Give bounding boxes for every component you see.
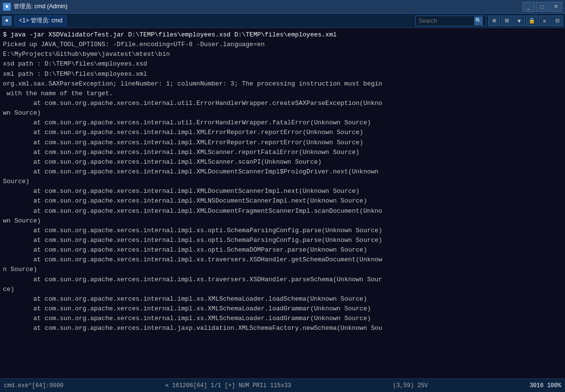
tab-bar: ■ <1> 管理员: cmd 🔍 ⊕ ⊞ ▼ 🔒 ≡ ⊟ [0,14,565,28]
console-line: E:\MyProjects\Github\byme\javatest\mtest… [3,50,562,59]
title-bar: ■ 管理员: cmd (Admin) _ □ ✕ [0,0,565,14]
console-line: at com.sun.org.apache.xerces.internal.im… [3,206,562,216]
console-line: ce) [3,285,562,294]
chevron-down-button[interactable]: ▼ [513,16,525,26]
console-line: at com.sun.org.apache.xerces.internal.im… [3,255,562,265]
console-line: at com.sun.org.apache.xerces.internal.im… [3,196,562,206]
console-line: at com.sun.org.apache.xerces.internal.ut… [3,99,562,108]
console-line: at com.sun.org.apache.xerces.internal.im… [3,167,562,177]
console-line: n Source) [3,265,562,274]
cmd-icon: ■ [3,3,11,11]
window-title: 管理员: cmd (Admin) [14,2,68,11]
console-line: Picked up JAVA_TOOL_OPTIONS: -Dfile.enco… [3,40,562,50]
status-bar: cmd.exe*[64]:9800 « 161206[64] 1/1 [+] N… [0,378,565,392]
console-line: at com.sun.org.apache.xerces.internal.im… [3,157,562,167]
console-line: wn Source) [3,108,562,118]
status-center: « 161206[64] 1/1 [+] NUM PRIi 115x33 [165,382,291,389]
tab-item-1[interactable]: <1> 管理员: cmd [15,16,67,26]
console-line: at com.sun.org.apache.xerces.internal.im… [3,128,562,137]
console-line: with the name of the target. [3,89,562,99]
search-box: 🔍 [415,16,486,26]
console-line: xml path : D:\TEMP\files\employees.xml [3,69,562,79]
toolbar-group: ⊕ ⊞ ▼ 🔒 ≡ ⊟ [488,16,563,26]
console-line: at com.sun.org.apache.xerces.internal.ja… [3,324,562,333]
status-position: (3,59) 25V [393,382,428,389]
console-line: Source) [3,177,562,187]
console-line: at com.sun.org.apache.xerces.internal.im… [3,226,562,236]
console-line: at com.sun.org.apache.xerces.internal.im… [3,314,562,324]
console-line: at com.sun.org.apache.xerces.internal.im… [3,294,562,304]
maximize-button[interactable]: □ [536,2,548,12]
console-line: $ java -jar XSDValidatorTest.jar D:\TEMP… [3,30,562,40]
tab-icon: ■ [2,16,12,26]
console-line: at com.sun.org.apache.xerces.internal.im… [3,275,562,285]
console-line: at com.sun.org.apache.xerces.internal.im… [3,187,562,196]
console-line: wn Source) [3,216,562,226]
console-line: at com.sun.org.apache.xerces.internal.im… [3,236,562,245]
search-area: 🔍 ⊕ ⊞ ▼ 🔒 ≡ ⊟ [415,16,563,26]
title-bar-left: ■ 管理员: cmd (Admin) [3,2,68,11]
console-line: at com.sun.org.apache.xerces.internal.ut… [3,118,562,128]
view-button[interactable]: ⊞ [501,16,512,26]
console-line: at com.sun.org.apache.xerces.internal.im… [3,245,562,255]
console-area: $ java -jar XSDValidatorTest.jar D:\TEMP… [0,28,565,378]
grid-button[interactable]: ⊟ [551,16,563,26]
status-right: 3016 100% [530,382,561,389]
console-line: at com.sun.org.apache.xerces.internal.im… [3,148,562,157]
settings-button[interactable]: ≡ [539,16,550,26]
lock-button[interactable]: 🔒 [526,16,538,26]
tab-label: <1> 管理员: cmd [19,17,62,25]
console-line: xsd path : D:\TEMP\files\employees.xsd [3,59,562,69]
console-line: at com.sun.org.apache.xerces.internal.im… [3,138,562,148]
search-button[interactable]: 🔍 [474,17,483,25]
console-line: org.xml.sax.SAXParseException; lineNumbe… [3,79,562,89]
console-line: at com.sun.org.apache.xerces.internal.im… [3,304,562,314]
close-button[interactable]: ✕ [549,2,562,12]
minimize-button[interactable]: _ [522,2,535,12]
status-left: cmd.exe*[64]:9800 [4,382,63,389]
add-button[interactable]: ⊕ [488,16,500,26]
search-input[interactable] [419,17,472,24]
window-controls[interactable]: _ □ ✕ [522,2,562,12]
